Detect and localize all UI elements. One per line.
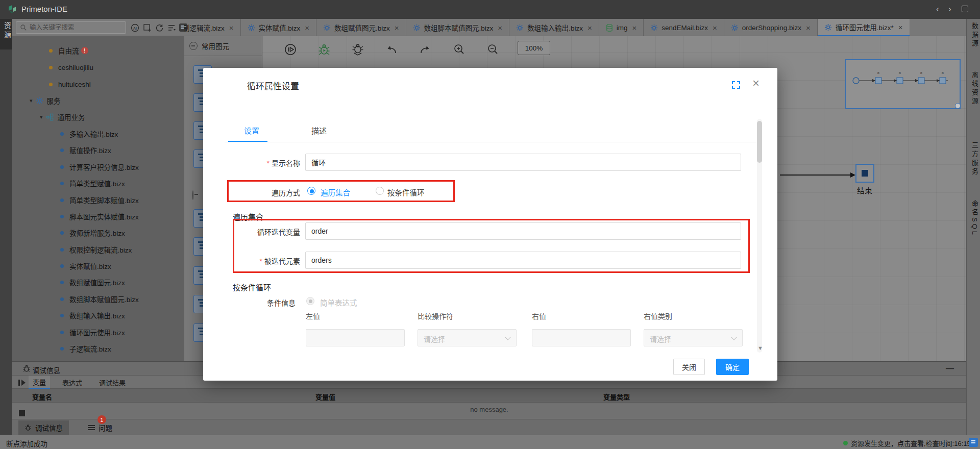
deploy-debug-icon[interactable] [351, 43, 364, 56]
gear-icon [731, 24, 739, 32]
editor-tab[interactable]: 数组输入输出.bizx× [509, 19, 599, 36]
debug-panel-title: 调试信息 [33, 365, 60, 375]
tab-close-icon[interactable]: × [498, 23, 502, 32]
dock-item-3[interactable]: 三方服务 [970, 142, 979, 177]
caret-down-icon[interactable]: ▾ [30, 97, 33, 104]
tree-item[interactable]: ▾服务 [30, 95, 61, 106]
dialog-tab-description[interactable]: 描述 [311, 125, 327, 136]
flow-icon [60, 148, 64, 152]
svg-text:×: × [877, 70, 879, 76]
debug-tab-调试结果[interactable]: 调试结果 [95, 376, 130, 389]
ai-icon[interactable]: AI [131, 23, 139, 32]
minimap-resize-handle[interactable] [955, 103, 961, 109]
tree-item[interactable]: 简单类型赋值.bizx [60, 178, 125, 189]
debug-column-header: 变量值 [315, 392, 335, 402]
layout-toggle-icon[interactable] [962, 6, 968, 12]
redo-icon[interactable] [419, 43, 432, 56]
dock-item-1[interactable]: 数据源 [970, 22, 979, 48]
close-icon[interactable]: × [752, 76, 760, 90]
radio-label-loop-by-condition[interactable]: 按条件循环 [387, 187, 425, 197]
activity-item-resources[interactable]: 资源 [0, 19, 12, 49]
nav-back-icon[interactable]: ‹ [936, 4, 939, 14]
radio-label-traverse-collection[interactable]: 遍历集合 [321, 187, 350, 197]
caret-down-icon[interactable]: ▾ [40, 114, 43, 120]
new-window-icon[interactable] [143, 23, 152, 32]
tree-item[interactable]: ▾通用业务 [40, 111, 85, 122]
tab-close-icon[interactable]: × [632, 23, 636, 32]
tab-close-icon[interactable]: × [806, 23, 811, 32]
tree-item[interactable]: 简单类型脚本赋值.bizx [60, 194, 139, 206]
palette-section-header[interactable]: 常用图元 [184, 36, 262, 56]
dialog-tab-settings[interactable]: 设置 [244, 125, 259, 136]
sort-list-icon[interactable] [167, 23, 176, 32]
display-name-input[interactable] [305, 154, 741, 171]
end-node[interactable] [855, 164, 874, 183]
debug-tab-变量[interactable]: 变量 [29, 376, 50, 389]
notification-icon[interactable] [969, 438, 978, 447]
editor-tab[interactable]: sendEMail.bizx× [644, 19, 724, 36]
zoom-out-icon[interactable] [486, 43, 499, 56]
tree-item[interactable]: 数组脚本赋值图元.bizx [60, 293, 139, 305]
editor-tab[interactable]: 实体赋值.bizx× [241, 19, 317, 36]
tree-item[interactable]: ceshiluojiliu [49, 62, 93, 73]
flow-icon [49, 66, 53, 69]
run-icon[interactable] [284, 43, 297, 56]
tree-item[interactable]: huituiceshi [49, 79, 91, 90]
tree-item[interactable]: 赋值操作.bizx [60, 144, 111, 156]
flow-icon [60, 248, 64, 252]
ok-button[interactable]: 确定 [716, 359, 749, 375]
editor-tab[interactable]: 制逻辑流.bizx× [184, 19, 241, 36]
tree-item[interactable]: 循环图元使用.bizx [60, 327, 125, 338]
minimap[interactable]: × × × × [845, 59, 961, 109]
resource-change-status[interactable]: 资源发生变更，点击查看,检查时间:16:15 [843, 438, 971, 448]
debug-run-icon[interactable] [317, 43, 331, 56]
debug-bottom-tab-1[interactable]: 调试信息 [18, 420, 69, 435]
editor-tab[interactable]: 数组脚本赋值图元.bizx× [406, 19, 510, 36]
undo-icon[interactable] [385, 43, 398, 56]
editor-tab[interactable]: 循环图元使用.bizx*× [818, 19, 910, 36]
search-box[interactable] [16, 21, 126, 34]
editor-tab[interactable]: orderShopping.bizx× [724, 19, 818, 36]
nav-forward-icon[interactable]: › [948, 4, 951, 14]
collapse-icon[interactable] [189, 42, 198, 50]
radio-traverse-collection[interactable] [307, 187, 315, 195]
tab-close-icon[interactable]: × [898, 23, 903, 32]
dock-item-4[interactable]: 命名SQL [970, 200, 979, 237]
tree-item[interactable]: 自由流! [49, 45, 88, 56]
tab-close-icon[interactable]: × [229, 23, 234, 32]
editor-tab-label: sendEMail.bizx [662, 24, 708, 32]
debug-tab-表达式[interactable]: 表达式 [58, 376, 86, 389]
loop-variable-input[interactable] [305, 222, 741, 240]
scroll-down-icon[interactable]: ▼ [757, 345, 763, 351]
svg-text:AI: AI [133, 26, 137, 31]
tree-item[interactable]: 子逻辑流.bizx [60, 343, 111, 354]
tree-item[interactable]: 计算客户积分信息.bizx [60, 161, 139, 172]
debug-column-header: 变量名 [32, 392, 52, 402]
iterated-element-input[interactable] [305, 252, 741, 269]
search-input[interactable] [30, 24, 116, 31]
collapse-icon[interactable] [192, 190, 193, 200]
editor-tab[interactable]: img× [599, 19, 644, 36]
cancel-button[interactable]: 关闭 [673, 359, 705, 375]
tree-item[interactable]: 数组赋值图元.bizx [60, 277, 125, 288]
tree-item[interactable]: 教师新增服务.bizx [60, 227, 125, 238]
dock-item-2[interactable]: 离线资源 [970, 71, 979, 106]
tree-item[interactable]: 数组输入输出.bizx [60, 310, 125, 321]
tree-item-label: 简单类型脚本赋值.bizx [69, 195, 139, 205]
dialog-scrollbar-thumb[interactable] [757, 121, 762, 163]
radio-loop-by-condition[interactable] [376, 187, 384, 195]
minimize-icon[interactable]: — [946, 364, 954, 373]
tree-item[interactable]: 脚本图元实体赋值.bizx [60, 211, 139, 222]
refresh-icon[interactable] [155, 23, 164, 32]
expand-icon[interactable] [732, 81, 740, 89]
tree-item[interactable]: 多输入输出.bizx [60, 128, 118, 139]
zoom-level[interactable]: 100% [518, 41, 550, 55]
zoom-in-icon[interactable] [452, 43, 465, 56]
tab-close-icon[interactable]: × [587, 23, 592, 32]
tab-close-icon[interactable]: × [395, 23, 399, 32]
tab-close-icon[interactable]: × [305, 23, 309, 32]
tab-close-icon[interactable]: × [713, 23, 717, 32]
tree-item[interactable]: 权限控制逻辑流.bizx [60, 244, 132, 255]
editor-tab[interactable]: 数组赋值图元.bizx× [316, 19, 406, 36]
tree-item[interactable]: 实体赋值.bizx [60, 260, 111, 271]
